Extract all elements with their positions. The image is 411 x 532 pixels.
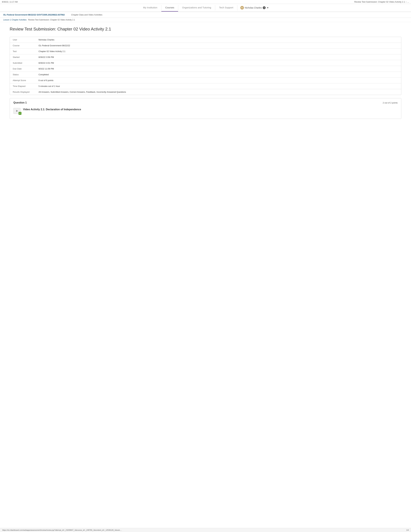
details-row: UserNicholas Charles: [10, 37, 401, 43]
details-card: UserNicholas CharlesCourseOL-Federal Gov…: [10, 37, 401, 95]
details-row: Due Date9/3/22 11:59 PM: [10, 66, 401, 72]
details-label: Attempt Score: [10, 77, 36, 83]
details-value: Completed: [36, 72, 401, 77]
nav-courses[interactable]: Courses: [161, 4, 178, 12]
question-1-header: Question 1 2 out of 2 points: [13, 101, 398, 104]
details-row: CourseOL-Federal Government-08/22/22: [10, 43, 401, 48]
browser-tab-title: Review Test Submission: Chapter 02 Video…: [354, 1, 409, 3]
nav-organizations[interactable]: Organizations and Tutoring: [178, 4, 215, 12]
details-label: Started: [10, 54, 36, 60]
check-badge-icon: ✓: [19, 112, 21, 115]
details-value: Chapter 02 Video Activity 2.1: [36, 48, 401, 54]
nav-my-institution[interactable]: My Institution: [139, 4, 161, 12]
details-value: 8/30/22 3:56 PM: [36, 54, 401, 60]
breadcrumb: Lesson 1 Chapter Activities Review Test …: [0, 18, 411, 22]
details-label: Test: [10, 48, 36, 54]
question-1-points: 2 out of 2 points: [383, 102, 398, 104]
play-triangle-icon: [16, 110, 18, 112]
chevron-down-icon: ▼: [267, 6, 269, 9]
browser-datetime: 8/30/22, 11:17 AM: [2, 1, 18, 3]
breadcrumb-item-2: Review Test Submission: Chapter 02 Video…: [28, 19, 75, 21]
svg-marker-0: [16, 110, 18, 112]
details-label: Submitted: [10, 60, 36, 66]
details-value: All Answers, Submitted Answers, Correct …: [36, 89, 401, 95]
question-1-section: Question 1 2 out of 2 points ✓ Video Act…: [10, 98, 401, 119]
details-row: Results DisplayedAll Answers, Submitted …: [10, 89, 401, 95]
question-1-title: Video Activity 2.1: Declaration of Indep…: [23, 108, 81, 111]
details-value: 8/30/22 4:01 PM: [36, 60, 401, 66]
course-title-link[interactable]: OL-Federal Government-08/22/22 GOVT2305.…: [3, 14, 65, 16]
details-row: Started8/30/22 3:56 PM: [10, 54, 401, 60]
user-badge: 5: [263, 6, 266, 9]
question-1-label: Question 1: [13, 101, 27, 104]
breadcrumb-item-1[interactable]: Lesson 1 Chapter Activities: [3, 19, 27, 21]
details-value: 5 minutes out of 1 hour: [36, 83, 401, 89]
course-section-link[interactable]: Chapter Data and Video Activities: [71, 14, 102, 16]
details-label: Due Date: [10, 66, 36, 72]
details-label: Status: [10, 72, 36, 77]
details-row: Submitted8/30/22 4:01 PM: [10, 60, 401, 66]
details-value: OL-Federal Government-08/22/22: [36, 43, 401, 48]
course-header: OL-Federal Government-08/22/22 GOVT2305.…: [0, 12, 411, 18]
details-row: Time Elapsed5 minutes out of 1 hour: [10, 83, 401, 89]
question-1-content: ✓ Video Activity 2.1: Declaration of Ind…: [13, 107, 398, 116]
page-title-section: Review Test Submission: Chapter 02 Video…: [0, 22, 411, 34]
nav-user[interactable]: N Nicholas Charles 5 ▼: [237, 4, 272, 12]
details-value: 6 out of 6 points: [36, 77, 401, 83]
details-label: Time Elapsed: [10, 83, 36, 89]
video-icon: ✓: [13, 108, 21, 114]
user-avatar: N: [240, 6, 244, 10]
page-title: Review Test Submission: Chapter 02 Video…: [10, 27, 401, 32]
user-name: Nicholas Charles: [245, 6, 262, 9]
details-table: UserNicholas CharlesCourseOL-Federal Gov…: [10, 37, 401, 95]
browser-top-bar: 8/30/22, 11:17 AM Review Test Submission…: [0, 0, 411, 4]
details-label: Course: [10, 43, 36, 48]
details-label: User: [10, 37, 36, 43]
details-row: StatusCompleted: [10, 72, 401, 77]
details-row: TestChapter 02 Video Activity 2.1: [10, 48, 401, 54]
details-label: Results Displayed: [10, 89, 36, 95]
navigation-bar: My Institution Courses Organizations and…: [0, 4, 411, 12]
details-value: Nicholas Charles: [36, 37, 401, 43]
nav-tech-support[interactable]: Tech Support: [215, 4, 237, 12]
details-value: 9/3/22 11:59 PM: [36, 66, 401, 72]
details-row: Attempt Score6 out of 6 points: [10, 77, 401, 83]
